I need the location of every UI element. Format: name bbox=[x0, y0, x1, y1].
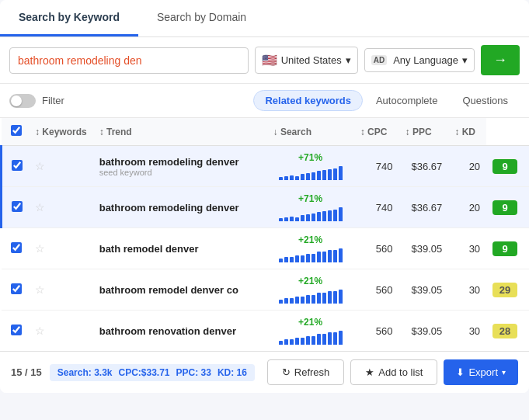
col-trend-label: ↕ Trend bbox=[99, 127, 132, 137]
row-trend-cell: +71% bbox=[267, 187, 354, 228]
country-select[interactable]: 🇺🇸 United States ▾ bbox=[255, 47, 358, 74]
row-seed-label: seed keyword bbox=[99, 168, 261, 177]
trend-bar bbox=[295, 338, 299, 345]
country-dropdown-icon: ▾ bbox=[346, 54, 351, 66]
row-check-cell bbox=[2, 187, 30, 228]
row-star-cell: ☆ bbox=[29, 269, 93, 311]
trend-bar bbox=[290, 298, 294, 304]
keyword-table: ↕ Keywords ↕ Trend ↓ Search ↕ CPC ↕ PPC bbox=[0, 118, 529, 351]
row-keyword-name: bath remodel denver bbox=[99, 243, 199, 255]
country-label: United States bbox=[281, 54, 342, 66]
row-kd: 9 bbox=[486, 187, 529, 228]
stats-kd-label: KD: 16 bbox=[218, 367, 247, 378]
row-trend-pct: +71% bbox=[273, 152, 348, 163]
export-button[interactable]: ⬇ Export ▾ bbox=[444, 359, 518, 385]
col-cpc-label: ↕ CPC bbox=[360, 127, 388, 137]
trend-bar bbox=[284, 257, 288, 262]
row-star-icon[interactable]: ☆ bbox=[35, 283, 45, 296]
trend-bar bbox=[284, 217, 288, 221]
row-kd: 29 bbox=[486, 269, 529, 311]
trend-bar bbox=[311, 336, 315, 345]
trend-bar bbox=[328, 169, 332, 180]
add-to-list-button[interactable]: ★ Add to list bbox=[350, 359, 437, 385]
stats-ppc-val: 33 bbox=[201, 367, 211, 378]
star-icon: ★ bbox=[365, 366, 374, 378]
search-button[interactable]: → bbox=[481, 45, 520, 75]
row-ppc: 30 bbox=[448, 228, 486, 269]
trend-bar bbox=[306, 254, 310, 262]
trend-bar bbox=[301, 338, 305, 345]
tab-domain[interactable]: Search by Domain bbox=[138, 0, 265, 36]
select-all-checkbox[interactable] bbox=[11, 125, 22, 136]
trend-bar bbox=[339, 248, 343, 262]
footer: 15 / 15 Search: 3.3k CPC:$33.71 PPC: 33 … bbox=[0, 351, 529, 393]
refresh-button[interactable]: ↻ Refresh bbox=[267, 359, 345, 385]
row-check-cell bbox=[2, 228, 30, 269]
row-ppc: 30 bbox=[448, 311, 486, 352]
col-kd[interactable]: ↕ KD bbox=[448, 118, 486, 146]
row-checkbox[interactable] bbox=[12, 201, 23, 212]
col-keyword[interactable]: ↕ Keywords bbox=[29, 118, 93, 146]
row-trend-bars bbox=[273, 206, 348, 221]
col-search[interactable]: ↓ Search bbox=[267, 118, 354, 146]
row-star-icon[interactable]: ☆ bbox=[35, 242, 45, 255]
keyword-input[interactable] bbox=[9, 47, 249, 74]
trend-bar bbox=[290, 257, 294, 262]
filter-tab-related[interactable]: Related keywords bbox=[253, 90, 363, 111]
row-search: 560 bbox=[354, 311, 399, 352]
row-trend-cell: +71% bbox=[267, 146, 354, 187]
stats-bar: Search: 3.3k CPC:$33.71 PPC: 33 KD: 16 bbox=[50, 364, 255, 381]
row-trend-bars bbox=[273, 288, 348, 304]
row-star-icon[interactable]: ☆ bbox=[35, 201, 45, 213]
row-checkbox[interactable] bbox=[11, 283, 22, 294]
row-kd: 9 bbox=[486, 228, 529, 269]
trend-bar bbox=[322, 293, 326, 304]
col-ppc[interactable]: ↕ PPC bbox=[399, 118, 449, 146]
row-check-cell bbox=[2, 269, 30, 311]
trend-bar bbox=[311, 254, 315, 262]
filter-label[interactable]: Filter bbox=[42, 95, 64, 106]
trend-bar bbox=[279, 341, 283, 345]
export-label: Export bbox=[468, 366, 498, 378]
filter-toggle[interactable] bbox=[9, 94, 36, 108]
row-star-icon[interactable]: ☆ bbox=[35, 160, 45, 172]
filter-tab-autocomplete[interactable]: Autocomplete bbox=[364, 90, 450, 111]
toggle-switch[interactable] bbox=[9, 94, 36, 108]
stats-search-label: Search: 3.3k bbox=[57, 367, 113, 378]
stats-kd-val: 16 bbox=[237, 367, 247, 378]
trend-bar bbox=[301, 255, 305, 262]
row-star-icon[interactable]: ☆ bbox=[35, 325, 45, 337]
row-star-cell: ☆ bbox=[29, 311, 93, 352]
table-row: ☆bathroom renovation denver+21%560$39.05… bbox=[2, 311, 530, 352]
trend-bar bbox=[311, 295, 315, 304]
col-cpc[interactable]: ↕ CPC bbox=[354, 118, 399, 146]
row-cpc: $39.05 bbox=[399, 269, 449, 311]
filter-left: Filter bbox=[9, 94, 64, 108]
filter-tab-questions[interactable]: Questions bbox=[451, 90, 520, 111]
trend-bar bbox=[295, 217, 299, 221]
tab-keyword[interactable]: Search by Keyword bbox=[0, 0, 138, 36]
language-select[interactable]: AD Any Language ▾ bbox=[364, 48, 475, 72]
row-kd-badge: 29 bbox=[492, 283, 517, 297]
row-trend-pct: +21% bbox=[273, 234, 348, 245]
trend-bar bbox=[328, 291, 332, 304]
trend-bar bbox=[328, 210, 332, 221]
row-checkbox[interactable] bbox=[12, 160, 23, 171]
page-count: 15 / 15 bbox=[11, 366, 42, 378]
col-trend[interactable]: ↕ Trend bbox=[93, 118, 267, 146]
search-row: 🇺🇸 United States ▾ AD Any Language ▾ → bbox=[0, 37, 529, 84]
row-checkbox[interactable] bbox=[11, 325, 22, 335]
trend-bar bbox=[311, 213, 315, 221]
row-keyword-cell: bathroom remodel denver co bbox=[93, 269, 267, 311]
trend-bar bbox=[279, 300, 283, 304]
trend-bar bbox=[322, 334, 326, 345]
trend-bar bbox=[322, 252, 326, 262]
col-ppc-label: ↕ PPC bbox=[405, 127, 432, 137]
row-keyword-name: bathroom renovation denver bbox=[99, 325, 236, 337]
trend-bar bbox=[339, 166, 343, 180]
row-kd-badge: 9 bbox=[492, 200, 517, 215]
trend-bar bbox=[317, 212, 321, 221]
row-cpc: $39.05 bbox=[399, 228, 449, 269]
row-checkbox[interactable] bbox=[11, 242, 22, 253]
tab-bar: Search by Keyword Search by Domain bbox=[0, 0, 529, 37]
